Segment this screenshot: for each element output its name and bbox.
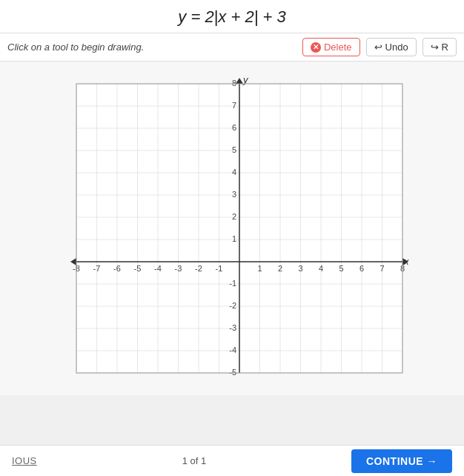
graph-area (0, 62, 464, 395)
previous-button[interactable]: IOUS (12, 455, 37, 466)
coordinate-plane[interactable] (47, 69, 417, 395)
toolbar: Click on a tool to begin drawing. ✕ Dele… (0, 33, 464, 62)
undo-icon: ↩ (374, 42, 382, 53)
delete-button[interactable]: ✕ Delete (302, 38, 360, 56)
undo-button[interactable]: ↩ Undo (366, 38, 417, 56)
bottom-bar: IOUS 1 of 1 CONTINUE → (0, 445, 464, 476)
redo-button[interactable]: ↪ R (422, 38, 457, 56)
continue-button[interactable]: CONTINUE → (351, 449, 452, 473)
equation-display: y = 2|x + 2| + 3 (0, 7, 464, 27)
graph-container[interactable] (47, 69, 417, 395)
page-indicator: 1 of 1 (37, 455, 351, 466)
toolbar-hint: Click on a tool to begin drawing. (7, 42, 296, 53)
delete-icon: ✕ (311, 42, 321, 53)
redo-icon: ↪ (431, 42, 439, 53)
top-bar: y = 2|x + 2| + 3 (0, 0, 464, 33)
